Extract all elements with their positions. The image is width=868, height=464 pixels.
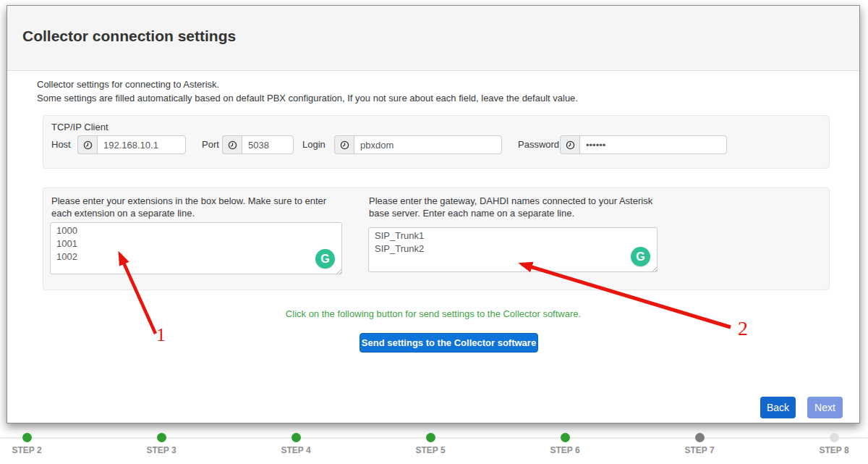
step-dot — [292, 433, 301, 442]
password-label: Password — [518, 139, 559, 150]
step-dot — [830, 433, 839, 442]
port-label: Port — [202, 139, 219, 150]
step-indicator-step4[interactable]: STEP 4 — [252, 433, 339, 455]
step-dot — [426, 433, 435, 442]
port-input-group — [222, 135, 294, 154]
page-title: Collector connection settings — [22, 28, 236, 45]
login-label: Login — [302, 139, 326, 150]
login-input-group — [334, 135, 502, 154]
intro-line-2: Some settings are filled automatically b… — [37, 91, 578, 105]
port-input[interactable] — [242, 135, 294, 154]
step-label: STEP 7 — [656, 445, 743, 455]
step-dot — [561, 433, 570, 442]
panel-header: Collector connection settings — [7, 6, 859, 71]
tcpip-client-section: TCP/IP Client Host Port Login Password — [43, 115, 830, 169]
settings-panel: Collector connection settings Collector … — [7, 5, 860, 423]
step-dot — [22, 433, 32, 442]
host-input[interactable] — [97, 135, 186, 154]
host-input-group — [77, 135, 186, 154]
login-input[interactable] — [354, 135, 502, 154]
step-label: STEP 2 — [0, 445, 70, 455]
clock-icon — [334, 135, 354, 154]
trunks-instruction: Please enter the gateway, DAHDI names co… — [369, 195, 661, 219]
step-indicator-step2[interactable]: STEP 2 — [0, 433, 70, 455]
trunks-textarea-wrap: SIP_Trunk1 SIP_Trunk2 G — [368, 227, 658, 272]
host-label: Host — [51, 139, 71, 150]
password-input-group — [560, 135, 727, 154]
intro-line-1: Collector settings for connecting to Ast… — [37, 77, 578, 91]
next-button[interactable]: Next — [807, 397, 843, 418]
step-indicator-step7[interactable]: STEP 7 — [656, 433, 743, 455]
step-indicator-step3[interactable]: STEP 3 — [118, 433, 205, 455]
clock-icon — [77, 135, 97, 154]
extensions-textarea-wrap: 1000 1001 1002 G — [50, 222, 342, 274]
lists-section: Please enter your extensions in the box … — [43, 187, 830, 290]
clock-icon — [560, 135, 579, 154]
step-indicator-step6[interactable]: STEP 6 — [522, 433, 608, 455]
step-dot — [695, 433, 705, 442]
intro-text: Collector settings for connecting to Ast… — [37, 77, 578, 105]
grammarly-icon[interactable]: G — [631, 247, 650, 266]
tcpip-section-title: TCP/IP Client — [51, 122, 109, 132]
step-dot — [157, 433, 166, 442]
step-label: STEP 4 — [252, 445, 339, 455]
step-label: STEP 8 — [791, 445, 868, 455]
grammarly-icon[interactable]: G — [315, 249, 335, 269]
step-indicator-step8[interactable]: STEP 8 — [791, 433, 868, 455]
send-settings-button[interactable]: Send settings to the Collector software — [359, 333, 538, 353]
step-label: STEP 6 — [522, 445, 608, 455]
password-input[interactable] — [579, 135, 727, 154]
send-hint-text: Click on the following button for send s… — [7, 308, 859, 319]
back-button[interactable]: Back — [760, 397, 796, 418]
extensions-instruction: Please enter your extensions in the box … — [51, 195, 341, 219]
clock-icon — [222, 135, 242, 154]
step-label: STEP 5 — [387, 445, 474, 455]
extensions-textarea[interactable]: 1000 1001 1002 — [50, 222, 342, 274]
trunks-textarea[interactable]: SIP_Trunk1 SIP_Trunk2 — [368, 227, 658, 272]
step-label: STEP 3 — [118, 445, 205, 455]
step-indicator-step5[interactable]: STEP 5 — [387, 433, 474, 455]
